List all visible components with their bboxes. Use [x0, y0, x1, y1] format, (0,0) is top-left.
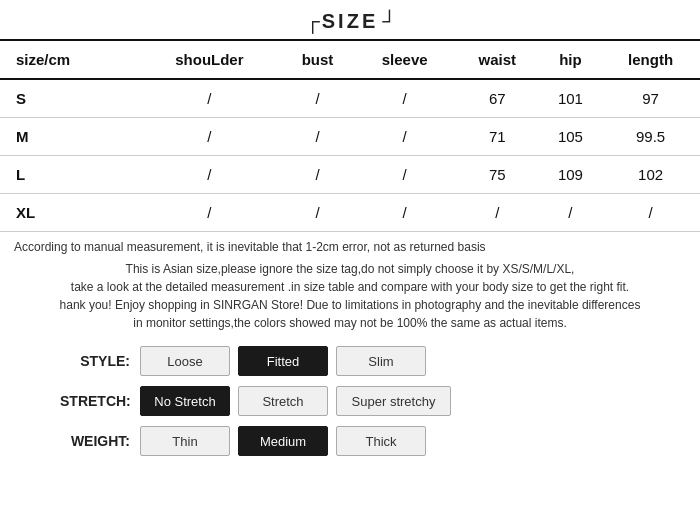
col-bust: bust	[281, 40, 355, 79]
style-label: STYLE:	[60, 353, 140, 369]
table-cell: /	[281, 79, 355, 118]
table-cell: /	[354, 79, 454, 118]
table-cell: /	[281, 156, 355, 194]
table-cell: /	[354, 118, 454, 156]
table-cell: 101	[540, 79, 602, 118]
style-btn-fitted[interactable]: Fitted	[238, 346, 328, 376]
table-cell: /	[281, 194, 355, 232]
table-row: L///75109102	[0, 156, 700, 194]
note-asian-size: This is Asian size,please ignore the siz…	[14, 260, 686, 332]
table-cell: 102	[601, 156, 700, 194]
table-cell: 109	[540, 156, 602, 194]
table-cell: 99.5	[601, 118, 700, 156]
weight-btn-medium[interactable]: Medium	[238, 426, 328, 456]
table-cell: /	[540, 194, 602, 232]
style-btn-slim[interactable]: Slim	[336, 346, 426, 376]
page-wrapper: ┌ SIZE ┘ size/cm shouLder bust sleeve wa…	[0, 0, 700, 514]
stretch-btn-superstretchy[interactable]: Super stretchy	[336, 386, 451, 416]
table-cell: XL	[0, 194, 138, 232]
weight-row: WEIGHT: Thin Medium Thick	[60, 426, 640, 456]
col-shoulder: shouLder	[138, 40, 280, 79]
stretch-btn-stretch[interactable]: Stretch	[238, 386, 328, 416]
table-cell: 75	[455, 156, 540, 194]
table-cell: 97	[601, 79, 700, 118]
table-cell: /	[281, 118, 355, 156]
bracket-left-icon: ┌	[306, 10, 318, 33]
weight-btn-thin[interactable]: Thin	[140, 426, 230, 456]
size-title: SIZE	[322, 10, 378, 33]
table-cell: /	[138, 118, 280, 156]
col-size: size/cm	[0, 40, 138, 79]
table-cell: 71	[455, 118, 540, 156]
table-cell: /	[601, 194, 700, 232]
table-header-row: size/cm shouLder bust sleeve waist hip l…	[0, 40, 700, 79]
table-cell: L	[0, 156, 138, 194]
col-waist: waist	[455, 40, 540, 79]
table-cell: /	[138, 194, 280, 232]
size-title-row: ┌ SIZE ┘	[306, 10, 395, 33]
table-cell: M	[0, 118, 138, 156]
table-cell: /	[354, 194, 454, 232]
style-btn-loose[interactable]: Loose	[140, 346, 230, 376]
stretch-row: STRETCH: No Stretch Stretch Super stretc…	[60, 386, 640, 416]
table-cell: 67	[455, 79, 540, 118]
bracket-right-icon: ┘	[382, 10, 394, 33]
col-sleeve: sleeve	[354, 40, 454, 79]
table-cell: /	[138, 79, 280, 118]
table-row: S///6710197	[0, 79, 700, 118]
weight-label: WEIGHT:	[60, 433, 140, 449]
col-length: length	[601, 40, 700, 79]
note-manual-measurement: According to manual measurement, it is i…	[14, 240, 686, 254]
size-table: size/cm shouLder bust sleeve waist hip l…	[0, 39, 700, 232]
table-cell: /	[354, 156, 454, 194]
table-cell: /	[138, 156, 280, 194]
weight-btn-thick[interactable]: Thick	[336, 426, 426, 456]
note-section: According to manual measurement, it is i…	[0, 232, 700, 336]
options-section: STYLE: Loose Fitted Slim STRETCH: No Str…	[0, 336, 700, 466]
table-cell: 105	[540, 118, 602, 156]
style-row: STYLE: Loose Fitted Slim	[60, 346, 640, 376]
table-row: M///7110599.5	[0, 118, 700, 156]
stretch-label: STRETCH:	[60, 393, 140, 409]
col-hip: hip	[540, 40, 602, 79]
table-cell: S	[0, 79, 138, 118]
table-cell: /	[455, 194, 540, 232]
table-row: XL//////	[0, 194, 700, 232]
stretch-btn-nostretch[interactable]: No Stretch	[140, 386, 230, 416]
